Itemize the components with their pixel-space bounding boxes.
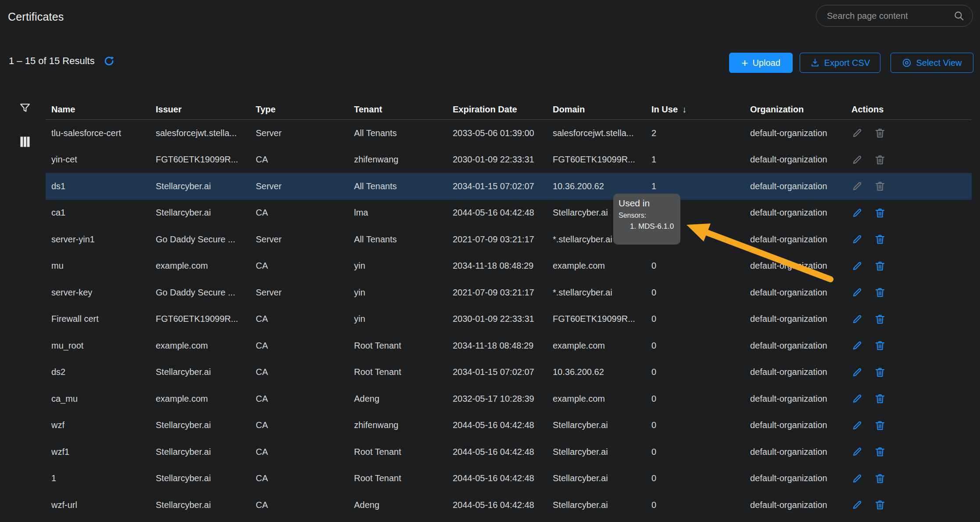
- edit-button[interactable]: [851, 207, 863, 219]
- cell-domain: Stellarcyber.ai: [547, 492, 646, 518]
- delete-button[interactable]: [874, 154, 886, 166]
- filter-button[interactable]: [18, 101, 32, 115]
- delete-button[interactable]: [874, 393, 886, 404]
- upload-button-label: Upload: [752, 58, 780, 68]
- eye-icon: [902, 58, 912, 68]
- delete-button[interactable]: [874, 207, 886, 219]
- search-box[interactable]: [816, 5, 973, 27]
- table-row[interactable]: ds2Stellarcyber.aiCARoot Tenant2034-01-1…: [46, 359, 972, 386]
- edit-button[interactable]: [851, 420, 863, 431]
- cell-tenant: zhifenwang: [348, 147, 447, 173]
- column-header-name[interactable]: Name: [46, 99, 150, 119]
- certificates-table: NameIssuerTypeTenantExpiration DateDomai…: [46, 99, 972, 518]
- cell-actions: [846, 332, 972, 359]
- edit-button[interactable]: [851, 313, 863, 325]
- delete-button[interactable]: [874, 499, 886, 511]
- edit-button[interactable]: [851, 127, 863, 139]
- column-header-actions[interactable]: Actions: [846, 99, 972, 119]
- edit-button[interactable]: [851, 446, 863, 457]
- refresh-button[interactable]: [104, 55, 115, 67]
- cell-tenant: Root Tenant: [348, 465, 447, 492]
- edit-button[interactable]: [851, 260, 863, 272]
- cell-type: CA: [250, 253, 348, 280]
- table-row[interactable]: server-yin1Go Daddy Secure ...ServerAll …: [46, 226, 972, 253]
- cell-expiration: 2034-01-15 07:02:07: [447, 359, 547, 386]
- edit-button[interactable]: [851, 180, 863, 192]
- pencil-icon: [851, 207, 863, 219]
- delete-button[interactable]: [874, 367, 886, 378]
- cell-actions: [846, 226, 972, 253]
- column-header-in-use[interactable]: In Use↓: [646, 99, 744, 119]
- cell-in-use: 2: [646, 120, 744, 147]
- cell-expiration: 2044-05-16 04:42:48: [447, 200, 547, 227]
- table-row[interactable]: Firewall certFGT60ETK19099R...CAyin2030-…: [46, 306, 972, 333]
- delete-button[interactable]: [874, 446, 886, 457]
- cell-type: CA: [250, 412, 348, 439]
- column-header-issuer[interactable]: Issuer: [150, 99, 250, 119]
- delete-button[interactable]: [874, 260, 886, 272]
- trash-icon: [874, 234, 886, 245]
- column-header-expiration-date[interactable]: Expiration Date: [447, 99, 547, 119]
- cell-expiration: 2034-01-15 07:02:07: [447, 173, 547, 200]
- cell-expiration: 2021-07-09 03:21:17: [447, 279, 547, 306]
- edit-button[interactable]: [851, 340, 863, 351]
- delete-button[interactable]: [874, 287, 886, 298]
- edit-button[interactable]: [851, 367, 863, 378]
- cell-organization: default-organization: [744, 253, 846, 280]
- delete-button[interactable]: [874, 340, 886, 351]
- table-row[interactable]: tlu-salesforce-certsalesforcejwt.stella.…: [46, 120, 972, 147]
- cell-actions: [846, 439, 972, 465]
- cell-tenant: Root Tenant: [348, 359, 447, 386]
- edit-button[interactable]: [851, 499, 863, 511]
- search-input[interactable]: [826, 11, 953, 22]
- cell-domain: Stellarcyber.ai: [547, 439, 646, 465]
- table-row[interactable]: wzf-urlStellarcyber.aiCAAdeng2044-05-16 …: [46, 492, 972, 518]
- sort-descending-icon[interactable]: ↓: [682, 104, 687, 115]
- cell-actions: [846, 200, 972, 227]
- delete-button[interactable]: [874, 473, 886, 484]
- column-header-organization[interactable]: Organization: [744, 99, 846, 119]
- edit-button[interactable]: [851, 393, 863, 404]
- edit-button[interactable]: [851, 473, 863, 484]
- table-row[interactable]: yin-cetFGT60ETK19099R...CAzhifenwang2030…: [46, 147, 972, 173]
- column-label: Name: [51, 104, 75, 115]
- cell-name: 1: [46, 465, 150, 492]
- search-icon[interactable]: [953, 10, 965, 22]
- select-view-button[interactable]: Select View: [891, 53, 973, 73]
- table-row[interactable]: 1Stellarcyber.aiCARoot Tenant2044-05-16 …: [46, 465, 972, 492]
- cell-issuer: Stellarcyber.ai: [150, 465, 250, 492]
- cell-domain: FGT60ETK19099R...: [547, 147, 646, 173]
- table-row[interactable]: wzfStellarcyber.aiCAzhifenwang2044-05-16…: [46, 412, 972, 439]
- cell-issuer: FGT60ETK19099R...: [150, 147, 250, 173]
- delete-button[interactable]: [874, 420, 886, 431]
- cell-type: CA: [250, 147, 348, 173]
- table-row[interactable]: wzf1Stellarcyber.aiCARoot Tenant2044-05-…: [46, 439, 972, 465]
- cell-expiration: 2033-05-06 01:39:00: [447, 120, 547, 147]
- column-header-tenant[interactable]: Tenant: [348, 99, 447, 119]
- cell-actions: [846, 359, 972, 386]
- column-header-type[interactable]: Type: [250, 99, 348, 119]
- edit-button[interactable]: [851, 234, 863, 245]
- cell-organization: default-organization: [744, 200, 846, 227]
- table-row[interactable]: mu_rootexample.comCARoot Tenant2034-11-1…: [46, 332, 972, 359]
- table-row[interactable]: server-keyGo Daddy Secure ...Serveryin20…: [46, 279, 972, 306]
- delete-button[interactable]: [874, 313, 886, 325]
- delete-button[interactable]: [874, 127, 886, 139]
- edit-button[interactable]: [851, 287, 863, 298]
- export-csv-button[interactable]: Export CSV: [800, 53, 880, 73]
- cell-expiration: 2034-11-18 08:48:29: [447, 253, 547, 280]
- table-row[interactable]: muexample.comCAyin2034-11-18 08:48:29exa…: [46, 253, 972, 280]
- trash-icon: [874, 154, 886, 166]
- column-header-domain[interactable]: Domain: [547, 99, 646, 119]
- pencil-icon: [851, 446, 863, 457]
- column-chooser-button[interactable]: [18, 135, 32, 148]
- results-text: 1 – 15 of 15 Results: [9, 55, 95, 67]
- upload-button[interactable]: + Upload: [729, 53, 793, 73]
- table-row[interactable]: ds1Stellarcyber.aiServerAll Tenants2034-…: [46, 173, 972, 200]
- cell-type: CA: [250, 359, 348, 386]
- table-row[interactable]: ca1Stellarcyber.aiCAlma2044-05-16 04:42:…: [46, 200, 972, 227]
- delete-button[interactable]: [874, 180, 886, 192]
- delete-button[interactable]: [874, 234, 886, 245]
- edit-button[interactable]: [851, 154, 863, 166]
- table-row[interactable]: ca_muexample.comCAAdeng2032-05-17 10:28:…: [46, 385, 972, 412]
